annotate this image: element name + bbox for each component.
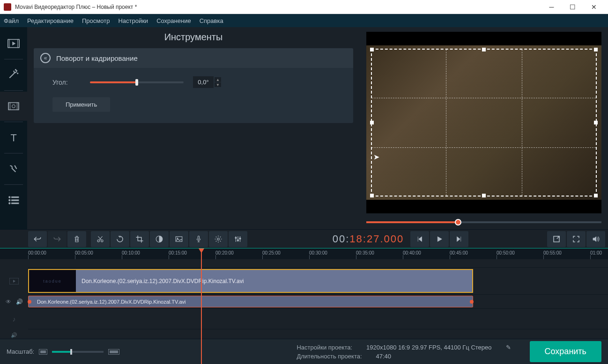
sidebar-filters[interactable]	[0, 60, 27, 89]
timeline-ruler[interactable]: 00:00:00 00:05:00 00:10:00 00:15:00 00:2…	[0, 248, 608, 259]
timecode-display: 00:18:27.000	[326, 233, 410, 245]
track-spacer	[28, 259, 608, 268]
cut-button[interactable]	[91, 231, 110, 247]
angle-step-down[interactable]: ▼	[215, 82, 221, 87]
svg-rect-16	[12, 203, 19, 204]
svg-point-4	[17, 73, 18, 74]
audio-track-head: 👁 🔊	[0, 295, 28, 308]
playback-thumb[interactable]	[455, 219, 461, 226]
play-button[interactable]	[430, 231, 449, 247]
speaker-icon[interactable]: 🔊	[16, 298, 23, 305]
delete-button[interactable]	[67, 231, 86, 247]
angle-step-up[interactable]: ▲	[215, 77, 221, 82]
audio-clip[interactable]: Don.Korleone.(02.seriya.iz.12).2007.DivX…	[28, 296, 473, 307]
minimize-button[interactable]: ─	[541, 0, 562, 14]
prev-button[interactable]	[410, 231, 429, 247]
svg-point-21	[177, 238, 178, 239]
sidebar-titles[interactable]: T	[0, 123, 27, 152]
ruler-tick: 01:00	[590, 248, 602, 259]
crop-handle-se[interactable]	[594, 194, 598, 197]
angle-value[interactable]: 0,0°	[193, 76, 214, 88]
ruler-tick: 00:55:00	[543, 248, 562, 259]
equalizer-button[interactable]	[229, 231, 247, 247]
project-duration-value: 47:40	[376, 353, 392, 360]
menu-save[interactable]: Сохранение	[156, 17, 191, 24]
video-track[interactable]: taodue Don.Korleone.(02.seriya.iz.12).20…	[28, 268, 608, 295]
angle-slider-thumb[interactable]	[135, 79, 138, 86]
zoom-slider[interactable]	[52, 351, 104, 353]
left-sidebar: T	[0, 27, 27, 229]
ruler-tick: 00:20:00	[215, 248, 234, 259]
playhead[interactable]	[201, 248, 202, 364]
svg-rect-26	[239, 238, 241, 239]
menu-help[interactable]: Справка	[200, 17, 223, 24]
window-title: Movavi Видеоредактор Плюс – Новый проект…	[15, 4, 541, 10]
save-button[interactable]: Сохранить	[530, 341, 601, 362]
music-track[interactable]: ♪	[28, 309, 608, 329]
svg-rect-2	[18, 39, 19, 47]
back-button[interactable]: «	[40, 53, 51, 63]
crop-button[interactable]	[130, 231, 149, 247]
crop-handle-s[interactable]	[482, 194, 486, 197]
project-settings-value: 1920x1080 16:9 29.97 FPS, 44100 Гц Стере…	[366, 344, 492, 351]
project-info: Настройки проекта: 1920x1080 16:9 29.97 …	[297, 344, 511, 360]
crop-overlay[interactable]	[371, 49, 597, 197]
crop-handle-ne[interactable]	[594, 48, 598, 51]
close-button[interactable]: ✕	[583, 0, 604, 14]
sidebar-stickers[interactable]	[0, 154, 27, 183]
menu-view[interactable]: Просмотр	[82, 17, 110, 24]
color-button[interactable]	[150, 231, 169, 247]
redo-button[interactable]	[48, 231, 67, 247]
menu-edit[interactable]: Редактирование	[27, 17, 74, 24]
timecode-hours: 00:	[333, 233, 350, 245]
video-clip[interactable]: taodue Don.Korleone.(02.seriya.iz.12).20…	[28, 269, 473, 293]
speaker-icon[interactable]: 🔊	[11, 332, 17, 338]
ruler-tick: 00:10:00	[122, 248, 140, 259]
apply-button[interactable]: Применить	[52, 97, 110, 112]
svg-point-23	[217, 238, 220, 240]
gear-button[interactable]	[209, 231, 228, 247]
crop-handle-nw[interactable]	[370, 48, 374, 51]
pencil-icon[interactable]: ✎	[506, 344, 511, 351]
status-bar: Масштаб: Настройки проекта: 1920x1080 16…	[0, 339, 608, 364]
svg-point-11	[9, 197, 10, 198]
ruler-tick: 00:50:00	[497, 248, 515, 259]
image-button[interactable]	[170, 231, 188, 247]
mic-button[interactable]	[189, 231, 208, 247]
zoom-thumb[interactable]	[70, 349, 72, 355]
zoom-out-icon[interactable]	[39, 349, 47, 355]
eye-icon[interactable]: 👁	[6, 298, 11, 305]
zoom-in-icon[interactable]	[108, 349, 119, 355]
tools-panel-title: Инструменты	[34, 32, 353, 43]
crop-handle-w[interactable]	[370, 121, 374, 124]
svg-rect-22	[198, 236, 200, 240]
angle-slider[interactable]	[90, 81, 184, 83]
tools-panel: Инструменты « Поворот и кадрирование Уго…	[27, 27, 360, 229]
undo-button[interactable]	[28, 231, 47, 247]
volume-button[interactable]	[586, 231, 605, 247]
svg-text:T: T	[11, 132, 17, 144]
project-duration-label: Длительность проекта:	[297, 353, 362, 360]
svg-rect-12	[12, 197, 19, 197]
menu-settings[interactable]: Настройки	[118, 17, 148, 24]
maximize-button[interactable]: ☐	[562, 0, 583, 14]
crop-handle-sw[interactable]	[370, 194, 374, 197]
sidebar-more[interactable]	[0, 186, 27, 215]
rotate-button[interactable]	[111, 231, 129, 247]
ruler-tick: 00:45:00	[450, 248, 468, 259]
crop-handle-e[interactable]	[594, 121, 598, 124]
cursor-icon: ➤	[373, 153, 379, 161]
svg-rect-20	[176, 236, 182, 241]
next-button[interactable]	[450, 231, 468, 247]
video-track-head	[0, 268, 28, 294]
audio-track[interactable]: 👁 🔊 Don.Korleone.(02.seriya.iz.12).2007.…	[28, 295, 608, 309]
svg-point-5	[15, 69, 16, 70]
preview-canvas[interactable]: ➤	[366, 32, 601, 213]
menu-file[interactable]: Файл	[4, 17, 19, 24]
detach-button[interactable]	[547, 231, 566, 247]
fullscreen-button[interactable]	[567, 231, 586, 247]
sidebar-media[interactable]	[0, 29, 27, 58]
playback-slider[interactable]	[366, 218, 601, 226]
crop-handle-n[interactable]	[482, 48, 486, 51]
sidebar-transitions[interactable]	[0, 92, 27, 121]
